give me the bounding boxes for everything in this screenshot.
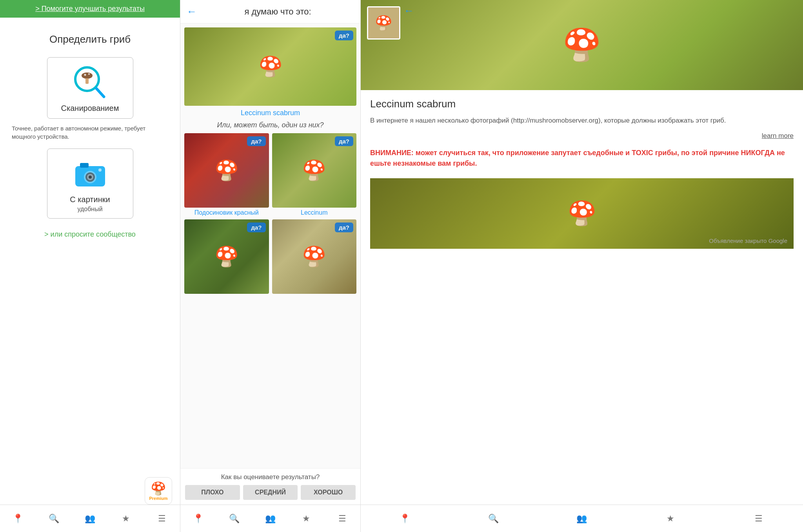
rating-buttons: ПЛОХО СРЕДНИЙ ХОРОШО	[185, 485, 356, 500]
svg-point-1	[82, 72, 93, 79]
svg-point-3	[84, 74, 86, 76]
middle-nav-community[interactable]: 👥	[253, 505, 289, 532]
scan-icon-area	[73, 65, 108, 101]
right-nav-community[interactable]: 👥	[538, 505, 626, 532]
right-top-image: 🍄 🍄 ←	[361, 0, 803, 90]
alt-result-1[interactable]: 🍄 да? Подосиновик красный	[184, 133, 269, 216]
left-panel: > Помогите улучшить результаты Определит…	[0, 0, 180, 532]
scan-note: Точнее, работает в автономном режиме, тр…	[8, 124, 172, 141]
rating-bad-button[interactable]: ПЛОХО	[185, 485, 240, 500]
alternatives-grid-bottom: 🍄 да? 🍄 да?	[184, 219, 356, 294]
premium-badge[interactable]: 🍄 Premium	[145, 477, 172, 505]
or-alternatives-text: Или, может быть, один из них?	[184, 121, 356, 129]
middle-panel: ← я думаю что это: 🍄 да? Leccinum scabru…	[180, 0, 361, 532]
svg-point-12	[98, 168, 102, 172]
left-bottom-nav: 📍 🔍 👥 ★ ☰	[0, 505, 180, 532]
right-nav-menu[interactable]: ☰	[714, 505, 803, 532]
right-nav-search[interactable]: 🔍	[449, 505, 538, 532]
alt-yes-2[interactable]: да?	[335, 136, 353, 146]
main-result[interactable]: 🍄 да?	[184, 27, 356, 106]
premium-label: Premium	[149, 496, 167, 501]
species-title: Leccinum scabrum	[370, 98, 794, 110]
svg-point-4	[88, 73, 90, 75]
right-panel: 🍄 🍄 ← Leccinum scabrum В интернете я наш…	[361, 0, 803, 532]
improve-results-link[interactable]: > Помогите улучшить результаты	[35, 5, 145, 13]
rating-section: Как вы оцениваете результаты? ПЛОХО СРЕД…	[180, 468, 360, 505]
middle-nav-location[interactable]: 📍	[180, 505, 216, 532]
right-moss-bg: 🍄	[361, 0, 803, 90]
svg-line-5	[96, 89, 104, 97]
alt-yes-4[interactable]: да?	[335, 223, 353, 232]
camera-sublabel: удобный	[77, 206, 102, 213]
rating-medium-button[interactable]: СРЕДНИЙ	[243, 485, 298, 500]
alt-yes-1[interactable]: да?	[247, 136, 265, 146]
middle-title: я думаю что это:	[202, 7, 354, 17]
nav-community[interactable]: 👥	[72, 505, 108, 532]
nav-menu[interactable]: ☰	[144, 505, 180, 532]
right-nav-favorites[interactable]: ★	[626, 505, 715, 532]
main-result-photo: 🍄	[184, 27, 356, 106]
alt-result-2[interactable]: 🍄 да? Leccinum	[272, 133, 357, 216]
alt-yes-3[interactable]: да?	[247, 223, 265, 232]
right-back-button[interactable]: ←	[404, 5, 414, 17]
back-button[interactable]: ←	[187, 5, 197, 18]
community-link[interactable]: > или спросите сообщество	[44, 230, 136, 239]
alt-result-4[interactable]: 🍄 да?	[272, 219, 357, 294]
scan-option-card[interactable]: Сканированием	[47, 57, 133, 119]
right-bottom-nav: 📍 🔍 👥 ★ ☰	[361, 505, 803, 532]
alt-result-3[interactable]: 🍄 да?	[184, 219, 269, 294]
nav-search[interactable]: 🔍	[36, 505, 72, 532]
right-nav-location[interactable]: 📍	[361, 505, 449, 532]
middle-nav-favorites[interactable]: ★	[288, 505, 324, 532]
ad-label: Объявление закрыто Google	[709, 237, 787, 244]
page-title: Определить гриб	[49, 33, 131, 45]
top-banner[interactable]: > Помогите улучшить результаты	[0, 0, 180, 18]
nav-location[interactable]: 📍	[0, 505, 36, 532]
main-yes-badge[interactable]: да?	[335, 31, 353, 40]
alt-name-1: Подосиновик красный	[184, 209, 269, 216]
alt-name-2: Leccinum	[272, 209, 357, 216]
ad-image-area: 🍄 Объявление закрыто Google	[370, 178, 794, 249]
right-thumbnail[interactable]: 🍄	[367, 6, 400, 40]
middle-header: ← я думаю что это:	[180, 0, 360, 24]
svg-point-11	[89, 176, 92, 179]
svg-rect-2	[85, 78, 89, 84]
middle-nav-search[interactable]: 🔍	[216, 505, 253, 532]
learn-more-link[interactable]: learn more	[370, 132, 794, 140]
main-result-name[interactable]: Leccinum scabrum	[184, 109, 356, 117]
svg-rect-7	[80, 163, 89, 168]
warning-text: ВНИМАНИЕ: может случиться так, что прило…	[370, 148, 794, 169]
nav-favorites[interactable]: ★	[108, 505, 144, 532]
camera-icon-area	[73, 157, 108, 192]
right-content: Leccinum scabrum В интернете я нашел нес…	[361, 90, 803, 505]
camera-option-card[interactable]: С картинки удобный	[47, 148, 133, 219]
rating-good-button[interactable]: ХОРОШО	[301, 485, 356, 500]
species-description: В интернете я нашел несколько фотографий…	[370, 116, 794, 126]
scan-icon	[73, 65, 107, 101]
camera-icon	[74, 161, 106, 188]
results-scroll: 🍄 да? Leccinum scabrum Или, может быть, …	[180, 24, 360, 468]
scan-label: Сканированием	[61, 104, 119, 113]
middle-bottom-nav: 📍 🔍 👥 ★ ☰	[180, 505, 360, 532]
middle-nav-menu[interactable]: ☰	[324, 505, 360, 532]
camera-label: С картинки	[70, 195, 110, 204]
ad-image-icon: 🍄	[567, 199, 597, 227]
premium-mushroom-icon: 🍄	[151, 481, 166, 496]
alternatives-grid-top: 🍄 да? Подосиновик красный 🍄 да? Leccinum	[184, 133, 356, 216]
left-content: Определить гриб Сканированием	[0, 18, 180, 505]
rating-question: Как вы оцениваете результаты?	[185, 473, 356, 481]
